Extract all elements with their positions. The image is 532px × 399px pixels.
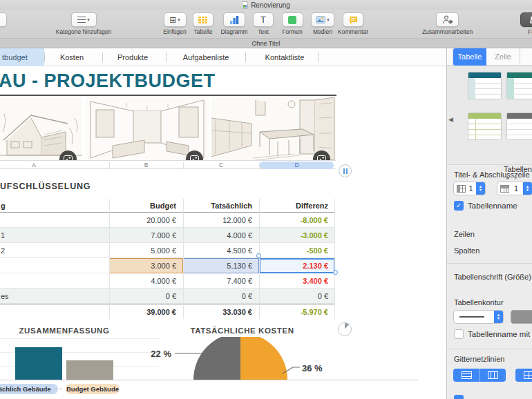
bottom-checkbox-fragment[interactable]: [454, 395, 464, 399]
summary-chart-title: ZUSAMMENFASSUNG: [0, 327, 129, 335]
shapes-label: Formen: [278, 28, 307, 35]
add-category-label: Kategorie hinzufügen: [42, 28, 125, 35]
columns-label: Spalten: [454, 246, 479, 255]
sheet-tab-kosten[interactable]: Kosten: [50, 48, 94, 66]
table-style-thumb-4[interactable]: [506, 113, 532, 140]
pie-label-22: 22 %: [138, 349, 171, 359]
table-label: Tabelle: [188, 28, 218, 35]
sidebar-tab-table[interactable]: Tabelle: [453, 48, 486, 66]
sheet-tab-active[interactable]: tbudget: [0, 48, 44, 66]
image-interior-room[interactable]: [85, 97, 209, 160]
table-row-formula-edit: 3.000 € 5.130 € 2.130 €: [0, 258, 335, 273]
header-row-stepper[interactable]: 1 ▲▼: [453, 182, 486, 195]
stepper-arrows[interactable]: ▲▼: [523, 182, 532, 195]
header-column-icon: [457, 185, 466, 193]
line-style-icon: [459, 316, 484, 318]
table-font-label: Tabellenschrift (Größe): [454, 273, 531, 281]
toolbar-label-fragment: n: [0, 28, 9, 35]
table-drag-handle[interactable]: [339, 164, 352, 177]
insert-button[interactable]: ⊞▾ Einfügen: [158, 12, 192, 35]
table-style-thumb-2[interactable]: [506, 72, 532, 99]
table-outline-label: Tabellenkontur: [454, 298, 504, 306]
referenced-cell-actual[interactable]: 5.130 €: [183, 258, 259, 273]
column-label-strip: A B C D: [0, 160, 336, 169]
media-label: Medien: [308, 28, 337, 35]
formula-token-actual[interactable]: sächlich Gebäude: [0, 384, 58, 394]
footer-row-stepper[interactable]: 1 ▲▼: [497, 182, 532, 195]
inner-gridlines-icon[interactable]: [515, 369, 532, 382]
header-label-fragment[interactable]: g: [0, 199, 109, 213]
format-button[interactable]: Fo: [518, 12, 532, 35]
selected-cell[interactable]: 2.130 €: [259, 258, 335, 273]
horizontal-gridlines-icon[interactable]: [453, 369, 479, 382]
sheet-tab-produkte[interactable]: Produkte: [108, 48, 158, 66]
chevron-down-icon: ▾: [87, 17, 90, 22]
sidebar-tab-cell[interactable]: Zelle: [486, 48, 520, 66]
budget-table: g Budget Tatsächlich Differenz 20.000 € …: [0, 199, 335, 319]
selection-handle[interactable]: [333, 270, 338, 275]
table-style-thumb-3[interactable]: [468, 113, 502, 140]
text-label: Text: [249, 28, 278, 35]
stepper-arrows[interactable]: ▲▼: [494, 310, 503, 324]
image-kitchen[interactable]: [211, 97, 336, 160]
column-label-d-selected[interactable]: D: [260, 162, 334, 170]
sidebar-tab-strip: Tabelle Zelle: [447, 48, 532, 66]
gridlines-segment-group-2[interactable]: [515, 369, 532, 382]
header-budget[interactable]: Budget: [109, 199, 183, 213]
text-button[interactable]: T Text: [249, 12, 278, 35]
media-button[interactable]: ▾ Medien: [308, 12, 337, 35]
chart-label: Diagramm: [216, 28, 253, 35]
styles-prev-arrow[interactable]: ◀: [448, 116, 453, 123]
header-row-icon: [500, 185, 509, 193]
table-button[interactable]: Tabelle: [188, 12, 218, 35]
shapes-button[interactable]: Formen: [278, 12, 307, 35]
add-category-button[interactable]: ▾ Kategorie hinzufügen: [42, 12, 125, 35]
column-label-b[interactable]: B: [109, 162, 183, 169]
tab-separator: [318, 52, 319, 62]
chevron-down-icon: ▾: [327, 17, 330, 22]
vertical-gridlines-icon[interactable]: [479, 369, 506, 382]
column-label-a[interactable]: A: [0, 162, 68, 169]
tablename-checkbox-checked[interactable]: ✓: [454, 201, 464, 211]
stepper-arrows[interactable]: ▲▼: [476, 182, 485, 195]
tab-separator: [102, 52, 103, 62]
header-diff[interactable]: Differenz: [259, 199, 335, 213]
table-row: 4.000 € 7.400 € 3.400 €: [0, 273, 335, 289]
toolbar-item-cut[interactable]: ▾ n: [0, 12, 9, 35]
gridlines-label: Gitternetzlinien: [454, 355, 504, 363]
toolbar: ▾ n ▾ Kategorie hinzufügen ⊞▾ Einfügen T…: [0, 10, 532, 38]
header-actual[interactable]: Tatsächlich: [183, 199, 259, 213]
table-style-thumb-1[interactable]: [468, 72, 502, 99]
column-label-c[interactable]: C: [183, 162, 259, 169]
collaborate-button[interactable]: Zusammenarbeiten: [415, 12, 480, 35]
chart-button[interactable]: Diagramm: [216, 12, 253, 35]
name-outline-label: Tabellenname mit Ra: [468, 330, 532, 338]
gridlines-segment-group-1[interactable]: [453, 369, 506, 382]
table-styles-area: ◀ Tabellens: [447, 66, 532, 164]
selection-handle[interactable]: [256, 253, 261, 258]
document-icon: [242, 1, 248, 9]
format-brush-icon: [528, 16, 532, 24]
tab-separator: [44, 52, 45, 62]
collaborate-label: Zusammenarbeiten: [415, 28, 480, 35]
name-outline-checkbox-unchecked[interactable]: [454, 329, 464, 339]
sheet-canvas: AU - PROJEKTBUDGET: [0, 66, 446, 399]
table-row: 1 7.000 € 4.000 € -3.000 €: [0, 228, 335, 243]
image-house-exterior[interactable]: [0, 97, 82, 160]
comment-icon: [349, 16, 358, 24]
format-label-fragment: Fo: [518, 28, 532, 35]
activity-badge-icon[interactable]: [338, 322, 352, 336]
window-tab-bar[interactable]: Ohne Titel: [0, 38, 532, 48]
outline-style-stepper[interactable]: ▲▼: [453, 310, 504, 324]
table-row: 2 5.000 € 4.500 € -500 €: [0, 243, 335, 258]
chevron-down-icon: ▾: [178, 17, 180, 22]
sheet-tab-kontaktliste[interactable]: Kontaktliste: [253, 48, 316, 66]
sheet-tab-aufgabenliste[interactable]: Aufgabenliste: [174, 48, 238, 66]
comment-button[interactable]: Kommentar: [334, 12, 372, 35]
outline-color-well[interactable]: [511, 310, 532, 324]
referenced-cell-budget[interactable]: 3.000 €: [109, 258, 183, 273]
media-icon: [316, 16, 325, 23]
table-footer-row: 39.000 € 33.030 € -5.970 €: [0, 304, 335, 319]
formula-token-budget[interactable]: Budget Gebäude: [66, 384, 120, 394]
table-row: 20.000 € 12.000 € -8.000 €: [0, 213, 335, 228]
